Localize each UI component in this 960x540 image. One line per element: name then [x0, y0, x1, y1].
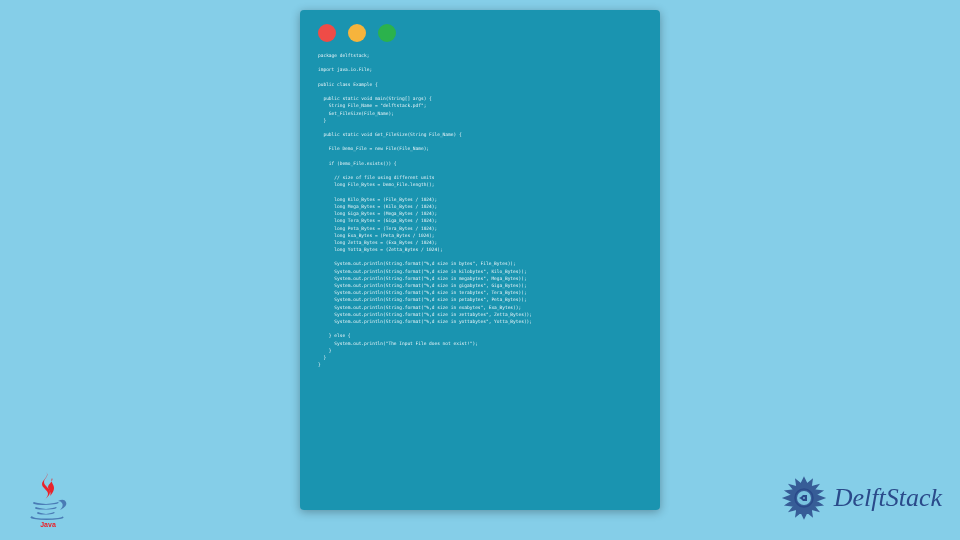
code-window: package delftstack; import java.io.File;…	[300, 10, 660, 510]
close-icon[interactable]	[318, 24, 336, 42]
java-logo-icon: Java	[18, 468, 78, 528]
code-content: package delftstack; import java.io.File;…	[318, 52, 642, 368]
maximize-icon[interactable]	[378, 24, 396, 42]
delftstack-badge-icon	[780, 474, 828, 522]
delftstack-logo: DelftStack	[780, 474, 942, 522]
window-controls	[318, 24, 642, 42]
minimize-icon[interactable]	[348, 24, 366, 42]
svg-text:Java: Java	[40, 521, 56, 528]
delftstack-label: DelftStack	[834, 483, 942, 513]
